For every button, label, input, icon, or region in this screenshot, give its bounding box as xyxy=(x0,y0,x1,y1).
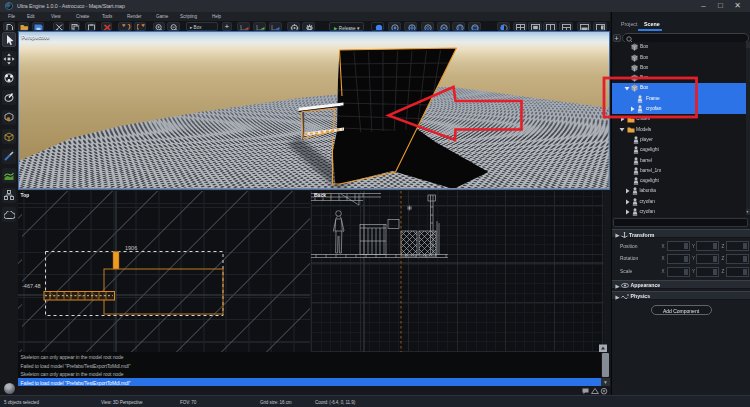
svg-text:1906: 1906 xyxy=(125,244,137,250)
svg-text:-467.48: -467.48 xyxy=(22,283,41,289)
